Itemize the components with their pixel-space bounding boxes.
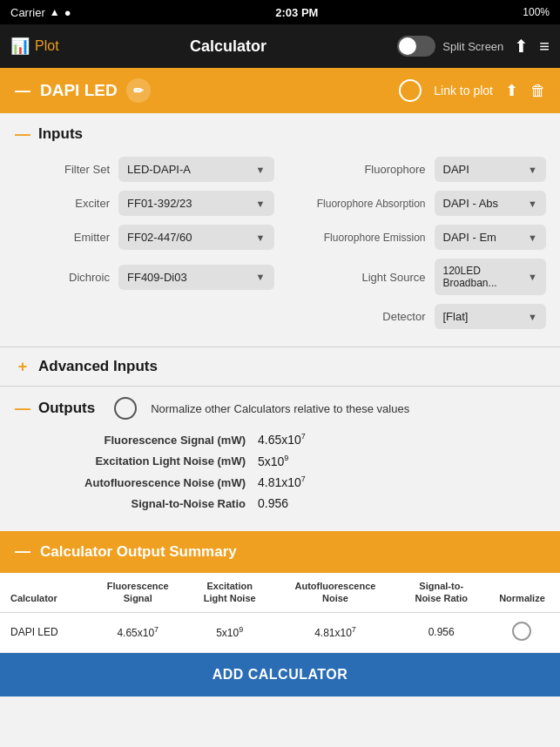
detector-label: Detector: [287, 310, 435, 323]
output-row-excitation: Excitation Light Noise (mW) 5x109: [14, 454, 546, 468]
nav-title: Calculator: [59, 37, 398, 56]
calculator-header-left: — DAPI LED ✏: [14, 78, 399, 103]
col-snr: Signal-to-Noise Ratio: [398, 573, 483, 612]
summary-header: — Calculator Output Summary: [0, 531, 560, 573]
outputs-section: — Outputs Normalize other Calculators re…: [0, 387, 560, 531]
light-source-arrow: ▼: [528, 272, 537, 282]
output-val-excitation: 5x109: [258, 454, 288, 468]
delete-calculator-icon[interactable]: 🗑: [530, 82, 546, 100]
output-key-excitation: Excitation Light Noise (mW): [14, 454, 258, 468]
collapse-icon[interactable]: —: [14, 82, 31, 99]
share-calculator-icon[interactable]: ⬆: [505, 81, 518, 100]
advanced-inputs-row[interactable]: + Advanced Inputs: [0, 347, 560, 387]
link-circle-button[interactable]: [399, 79, 422, 102]
status-carrier: Carrier ▲ ●: [10, 6, 71, 19]
dichroic-field: Dichroic FF409-Di03 ▼: [14, 265, 274, 290]
emitter-dropdown[interactable]: FF02-447/60 ▼: [118, 225, 274, 250]
normalize-text: Normalize other Calculators relative to …: [151, 402, 409, 415]
fluorophore-absorption-dropdown[interactable]: DAPI - Abs ▼: [435, 191, 547, 216]
plot-icon: 📊: [10, 37, 30, 56]
emitter-arrow: ▼: [256, 232, 266, 243]
table-cell-autofluorescence: 4.81x107: [272, 612, 398, 652]
fluorophore-emission-value: DAPI - Em: [443, 231, 496, 244]
col-fluorescence: FluorescenceSignal: [89, 573, 187, 612]
filter-fluorophore-row: Filter Set LED-DAPI-A ▼ Fluorophore DAPI…: [14, 157, 546, 182]
edit-calculator-button[interactable]: ✏: [126, 78, 151, 103]
nav-right-controls: Split Screen ⬆ ≡: [397, 36, 550, 57]
status-time: 2:03 PM: [275, 6, 318, 19]
inputs-toggle[interactable]: — Inputs: [0, 113, 560, 151]
output-row-autofluorescence: Autofluorescence Noise (mW) 4.81x107: [14, 474, 546, 489]
summary-collapse-icon[interactable]: —: [14, 543, 31, 561]
exciter-arrow: ▼: [256, 199, 266, 209]
exciter-absorption-row: Exciter FF01-392/23 ▼ Fluorophore Absorp…: [14, 191, 546, 216]
advanced-inputs-label: Advanced Inputs: [38, 358, 158, 375]
share-icon[interactable]: ⬆: [514, 36, 529, 57]
output-val-autofluorescence: 4.81x107: [258, 474, 306, 489]
add-calculator-label: ADD CALCULATOR: [213, 667, 348, 682]
normalize-row-circle[interactable]: [512, 622, 531, 641]
output-key-autofluorescence: Autofluorescence Noise (mW): [14, 476, 258, 489]
emitter-value: FF02-447/60: [127, 231, 192, 244]
normalize-circle-button[interactable]: [114, 397, 137, 420]
fluorophore-emission-arrow: ▼: [528, 232, 537, 243]
fluorophore-dropdown[interactable]: DAPI ▼: [435, 157, 547, 182]
dichroic-dropdown[interactable]: FF409-Di03 ▼: [118, 265, 274, 290]
col-excitation: ExcitationLight Noise: [187, 573, 273, 612]
filter-set-value: LED-DAPI-A: [127, 163, 191, 176]
outputs-header: — Outputs Normalize other Calculators re…: [0, 387, 560, 427]
add-calculator-button[interactable]: ADD CALCULATOR: [0, 653, 560, 697]
light-source-value: 120LED Broadban...: [443, 265, 525, 289]
fluorophore-absorption-value: DAPI - Abs: [443, 197, 499, 210]
menu-icon[interactable]: ≡: [539, 37, 550, 57]
output-row-fluorescence: Fluorescence Signal (mW) 4.65x107: [14, 432, 546, 447]
table-cell-normalize[interactable]: [484, 612, 560, 652]
link-to-plot-label[interactable]: Link to plot: [434, 84, 493, 98]
fluorophore-emission-field: Fluorophore Emission DAPI - Em ▼: [274, 225, 547, 250]
table-cell-calculator: DAPI LED: [0, 612, 89, 652]
fluorophore-value: DAPI: [443, 163, 469, 176]
fluorophore-emission-label: Fluorophore Emission: [287, 232, 435, 244]
col-normalize: Normalize: [484, 573, 560, 612]
advanced-inputs-expand-icon[interactable]: +: [14, 358, 31, 375]
summary-table-header-row: Calculator FluorescenceSignal Excitation…: [0, 573, 560, 612]
split-screen-toggle[interactable]: [397, 36, 435, 57]
fluorophore-absorption-arrow: ▼: [528, 199, 537, 209]
filter-set-dropdown[interactable]: LED-DAPI-A ▼: [118, 157, 274, 182]
output-key-fluorescence: Fluorescence Signal (mW): [14, 434, 258, 447]
calculator-header-right: Link to plot ⬆ 🗑: [399, 79, 546, 102]
nav-plot-button[interactable]: 📊 Plot: [10, 37, 59, 56]
filter-set-arrow: ▼: [256, 165, 266, 175]
light-source-dropdown[interactable]: 120LED Broadban... ▼: [435, 259, 547, 295]
col-calculator: Calculator: [0, 573, 89, 612]
outputs-collapse-icon[interactable]: —: [14, 400, 31, 417]
status-battery: 100%: [523, 6, 550, 18]
output-val-snr: 0.956: [258, 496, 288, 510]
inputs-form: Filter Set LED-DAPI-A ▼ Fluorophore DAPI…: [0, 151, 560, 347]
output-row-snr: Signal-to-Noise Ratio 0.956: [14, 496, 546, 510]
exciter-dropdown[interactable]: FF01-392/23 ▼: [118, 191, 274, 216]
table-cell-excitation: 5x109: [187, 612, 273, 652]
output-key-snr: Signal-to-Noise Ratio: [14, 497, 258, 510]
output-val-fluorescence: 4.65x107: [258, 432, 306, 447]
wifi-icon: ▲: [50, 6, 60, 18]
split-screen-label: Split Screen: [442, 40, 503, 53]
fluorophore-field: Fluorophore DAPI ▼: [274, 157, 547, 182]
fluorophore-absorption-field: Fluorophore Absorption DAPI - Abs ▼: [274, 191, 547, 216]
dichroic-arrow: ▼: [256, 272, 266, 282]
filter-set-label: Filter Set: [14, 163, 118, 176]
col-autofluorescence: AutofluorescenceNoise: [272, 573, 398, 612]
detector-dropdown[interactable]: [Flat] ▼: [435, 304, 547, 329]
calculator-title: DAPI LED: [40, 81, 118, 100]
fluorophore-absorption-label: Fluorophore Absorption: [287, 198, 435, 210]
output-rows: Fluorescence Signal (mW) 4.65x107 Excita…: [0, 427, 560, 531]
split-screen-toggle-container[interactable]: Split Screen: [397, 36, 503, 57]
signal-icon: ●: [64, 6, 71, 19]
summary-table: Calculator FluorescenceSignal Excitation…: [0, 573, 560, 653]
emitter-label: Emitter: [14, 231, 118, 244]
inputs-collapse-icon[interactable]: —: [14, 125, 31, 143]
filter-set-field: Filter Set LED-DAPI-A ▼: [14, 157, 274, 182]
light-source-label: Light Source: [287, 271, 435, 284]
detector-value: [Flat]: [443, 310, 469, 323]
fluorophore-emission-dropdown[interactable]: DAPI - Em ▼: [435, 225, 547, 250]
